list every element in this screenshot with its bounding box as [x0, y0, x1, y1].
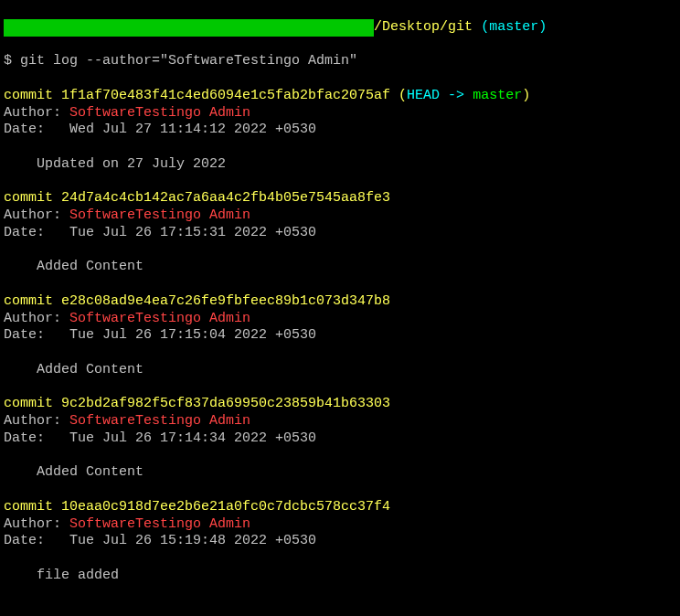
path-block: [4, 19, 374, 37]
commit-date: Tue Jul 26 15:19:48 2022 +0530: [69, 533, 316, 548]
author-line: Author: SoftwareTestingo Admin: [4, 105, 676, 122]
date-line: Date: Tue Jul 26 17:14:34 2022 +0530: [4, 430, 676, 448]
commit-entry: commit 10eaa0c918d7ee2b6e21a0fc0c7dcbc57…: [4, 499, 676, 602]
commit-message: file added: [4, 568, 676, 585]
commit-hash: 9c2bd2af982f5cf837da69950c23859b41b63303: [61, 396, 390, 411]
commit-date: Tue Jul 26 17:15:31 2022 +0530: [69, 225, 316, 240]
commit-entry: commit e28c08ad9e4ea7c26fe9fbfeec89b1c07…: [4, 293, 676, 397]
prompt-line-1: /Desktop/git (master): [4, 19, 676, 37]
path-suffix: /Desktop/git: [374, 19, 473, 35]
commit-hash: 10eaa0c918d7ee2b6e21a0fc0c7dcbc578cc37f4: [61, 499, 390, 515]
commit-hash-line: commit 1f1af70e483f41c4ed6094e1c5fab2bfa…: [4, 88, 676, 105]
author-name: SoftwareTestingo Admin: [69, 207, 250, 223]
commit-date: Tue Jul 26 17:15:04 2022 +0530: [69, 327, 316, 343]
author-name: SoftwareTestingo Admin: [69, 516, 250, 532]
author-name: SoftwareTestingo Admin: [69, 311, 250, 326]
date-line: Date: Tue Jul 26 17:15:04 2022 +0530: [4, 327, 676, 345]
blank-line: [4, 242, 676, 260]
terminal-output[interactable]: /Desktop/git (master) $ git log --author…: [4, 2, 676, 616]
author-line: Author: SoftwareTestingo Admin: [4, 516, 676, 534]
commit-hash-line: commit 24d7a4c4cb142ac7a6aa4c2fb4b05e754…: [4, 190, 676, 207]
git-command: git log --author="SoftwareTestingo Admin…: [20, 53, 357, 69]
prompt-dollar: $: [4, 53, 12, 69]
blank-line: [4, 448, 676, 465]
author-name: SoftwareTestingo Admin: [69, 105, 250, 121]
blank-line: [4, 345, 676, 362]
commit-message: Added Content: [4, 362, 676, 379]
commit-hash-line: commit e28c08ad9e4ea7c26fe9fbfeec89b1c07…: [4, 293, 676, 311]
blank-line: [4, 482, 676, 499]
commit-date: Tue Jul 26 17:14:34 2022 +0530: [69, 430, 316, 446]
date-line: Date: Tue Jul 26 17:15:31 2022 +0530: [4, 225, 676, 242]
commit-entry: commit 9c2bd2af982f5cf837da69950c23859b4…: [4, 396, 676, 499]
date-line: Date: Tue Jul 26 15:19:48 2022 +0530: [4, 533, 676, 550]
commit-message: Added Content: [4, 259, 676, 276]
author-line: Author: SoftwareTestingo Admin: [4, 413, 676, 430]
blank-line: [4, 276, 676, 293]
command-line: $ git log --author="SoftwareTestingo Adm…: [4, 53, 676, 70]
commit-hash-line: commit 10eaa0c918d7ee2b6e21a0fc0c7dcbc57…: [4, 499, 676, 516]
commit-entry: commit 1f1af70e483f41c4ed6094e1c5fab2bfa…: [4, 88, 676, 191]
commit-hash: e28c08ad9e4ea7c26fe9fbfeec89b1c073d347b8: [61, 293, 390, 309]
commit-date: Wed Jul 27 11:14:12 2022 +0530: [69, 122, 316, 137]
blank-line: [4, 174, 676, 191]
author-line: Author: SoftwareTestingo Admin: [4, 311, 676, 328]
blank-line: [4, 550, 676, 568]
commit-message: Updated on 27 July 2022: [4, 156, 676, 174]
commit-hash-line: commit 9c2bd2af982f5cf837da69950c23859b4…: [4, 396, 676, 413]
commit-message: Added Content: [4, 464, 676, 482]
commit-hash: 24d7a4c4cb142ac7a6aa4c2fb4b05e7545aa8fe3: [61, 190, 390, 206]
author-name: SoftwareTestingo Admin: [69, 413, 250, 429]
branch-indicator: (master): [481, 19, 547, 35]
blank-line: [4, 379, 676, 397]
commit-entry: commit 24d7a4c4cb142ac7a6aa4c2fb4b05e754…: [4, 190, 676, 293]
blank-line: [4, 139, 676, 156]
author-line: Author: SoftwareTestingo Admin: [4, 207, 676, 225]
date-line: Date: Wed Jul 27 11:14:12 2022 +0530: [4, 122, 676, 139]
blank-line: [4, 585, 676, 602]
commit-hash: 1f1af70e483f41c4ed6094e1c5fab2bfac2075af: [61, 88, 390, 103]
